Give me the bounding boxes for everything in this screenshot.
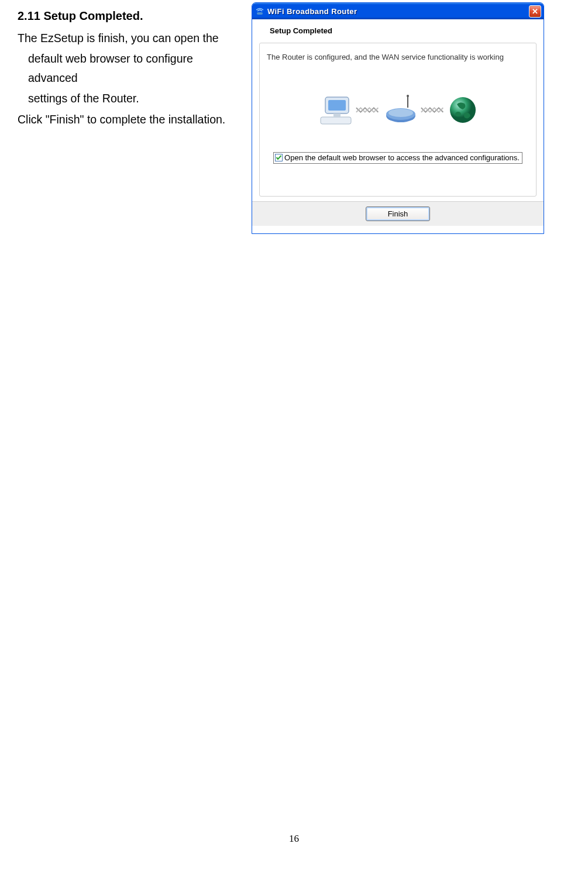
page-number: 16 [289, 833, 299, 845]
globe-icon [448, 95, 477, 125]
button-bar: Finish [252, 201, 544, 226]
connection-line-icon [420, 105, 446, 115]
connection-line-icon [355, 105, 381, 115]
status-text: The Router is configured, and the WAN se… [267, 53, 529, 61]
checkbox-row: Open the default web browser to access t… [267, 152, 529, 164]
document-text: 2.11 Setup Completed. The EzSetup is fin… [18, 6, 240, 234]
dialog-body: Setup Completed The Router is configured… [252, 19, 544, 226]
router-icon [383, 94, 418, 126]
paragraph-line: settings of the Router. [18, 89, 240, 108]
checkbox-container[interactable]: Open the default web browser to access t… [273, 152, 522, 164]
paragraph-line: default web browser to configure advance… [18, 49, 240, 88]
close-icon: ✕ [532, 7, 538, 16]
section-heading: 2.11 Setup Completed. [18, 6, 240, 26]
dialog-heading: Setup Completed [252, 19, 544, 41]
checkbox-input[interactable] [275, 154, 283, 161]
svg-rect-3 [321, 117, 351, 124]
window-titlebar[interactable]: WiFi Broadband Router ✕ [252, 3, 544, 19]
svg-rect-2 [328, 100, 346, 111]
checkmark-icon [276, 154, 282, 161]
svg-point-11 [455, 112, 461, 116]
close-button[interactable]: ✕ [529, 5, 541, 18]
svg-rect-4 [333, 113, 341, 117]
svg-point-9 [388, 109, 413, 117]
checkbox-label[interactable]: Open the default web browser to access t… [284, 153, 520, 162]
svg-rect-0 [257, 12, 263, 15]
network-diagram [267, 94, 529, 126]
content-panel: The Router is configured, and the WAN se… [259, 43, 537, 197]
finish-button[interactable]: Finish [366, 206, 430, 221]
dialog-window: WiFi Broadband Router ✕ Setup Completed … [252, 2, 544, 234]
wifi-router-icon [255, 6, 264, 16]
window-title: WiFi Broadband Router [267, 7, 357, 16]
paragraph-line: Click "Finish" to complete the installat… [18, 110, 240, 129]
svg-point-10 [450, 97, 476, 123]
paragraph-line: The EzSetup is finish, you can open the [18, 29, 240, 48]
computer-icon [318, 94, 353, 126]
svg-point-6 [407, 95, 409, 97]
